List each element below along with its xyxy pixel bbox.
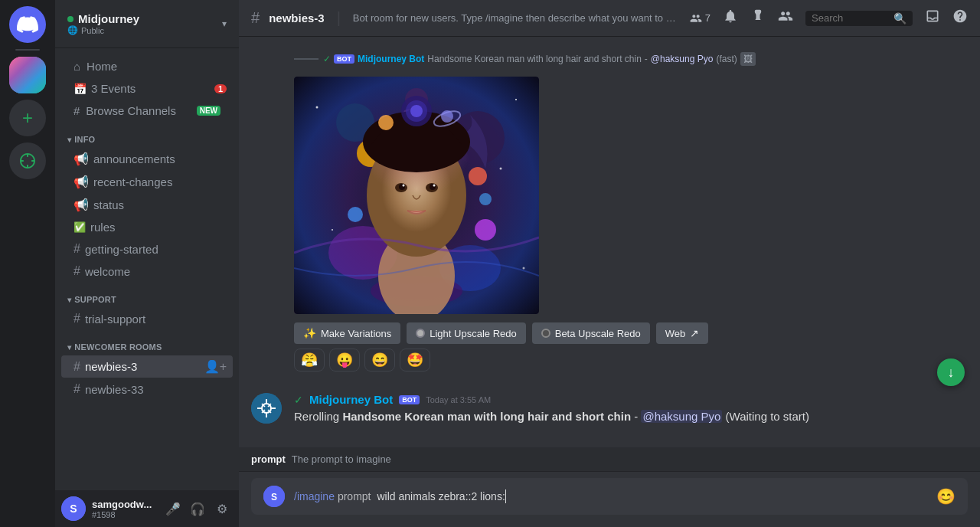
svg-point-35 (441, 110, 453, 123)
bell-icon[interactable] (723, 8, 738, 28)
announcement-icon-2: 📢 (74, 175, 89, 189)
channel-trial-support[interactable]: # trial-support (61, 308, 233, 329)
discord-logo[interactable] (9, 6, 46, 43)
headphone-button[interactable]: 🎧 (187, 498, 208, 519)
mic-button[interactable]: 🎤 (162, 498, 184, 519)
pin-icon[interactable] (750, 8, 766, 28)
message-avatar-2 (251, 393, 282, 424)
channel-header-name: newbies-3 (269, 11, 325, 25)
external-link-icon: ↗ (690, 327, 699, 339)
new-badge: NEW (197, 106, 220, 116)
ref-line (294, 58, 318, 60)
channel-status[interactable]: 📢 status (61, 194, 233, 216)
ref-dash: - (645, 54, 648, 64)
emoji-picker-button[interactable]: 😊 (936, 487, 956, 506)
hash-icon-n33: # (74, 382, 80, 396)
guild-separator (15, 49, 40, 51)
server-public: 🌐 Public (67, 25, 139, 35)
avatar: S (61, 496, 86, 521)
guild-sidebar: + (0, 0, 55, 527)
settings-button[interactable]: ⚙ (211, 498, 233, 519)
globe-icon: 🌐 (67, 25, 78, 35)
section-newcomer-rooms[interactable]: ▾ NEWCOMER ROOMS (55, 330, 239, 355)
add-member-icon[interactable]: 👤+ (204, 359, 227, 374)
channel-header-hash-icon: # (251, 9, 260, 27)
nav-browse-channels[interactable]: # Browse Channels NEW (61, 100, 233, 122)
home-icon: ⌂ (74, 60, 80, 73)
ref-content: ✓ BOT Midjourney Bot Handsome Korean man… (323, 52, 756, 66)
make-variations-button[interactable]: ✨ Make Variations (294, 322, 400, 344)
channel-getting-started[interactable]: # getting-started (61, 238, 233, 260)
hash-icon-ts: # (74, 312, 80, 326)
input-text-content[interactable]: /imagine prompt wild animals zebra::2 li… (294, 489, 927, 503)
channel-rules[interactable]: ✅ rules (61, 217, 233, 237)
channel-list: ⌂ Home 📅 3 Events 1 # Browse Channels NE… (55, 48, 239, 490)
nav-events[interactable]: 📅 3 Events 1 (61, 78, 233, 99)
web-button[interactable]: Web ↗ (656, 322, 709, 344)
light-upscale-icon (416, 329, 425, 338)
search-bar[interactable]: 🔍 (805, 11, 913, 26)
server-icon-midjourney[interactable] (9, 57, 46, 93)
browse-icon: # (74, 104, 80, 117)
username: samgoodw... (92, 499, 156, 510)
section-collapse-icon: ▾ (67, 136, 71, 144)
input-container: S /imagine prompt wild animals zebra::2 … (251, 478, 968, 515)
channel-sidebar: Midjourney 🌐 Public ▾ ⌂ Home 📅 3 Events … (55, 0, 239, 527)
verified-icon-ref: ✓ (323, 54, 331, 64)
command-prefix: /imagine (294, 490, 335, 502)
channel-welcome[interactable]: # welcome (61, 260, 233, 282)
message-image-container (294, 77, 539, 314)
user-info: samgoodw... #1598 (92, 499, 156, 519)
reaction-3[interactable]: 😄 (364, 349, 395, 372)
server-header[interactable]: Midjourney 🌐 Public ▾ (55, 0, 239, 48)
input-avatar: S (263, 486, 285, 507)
members-icon[interactable] (778, 8, 793, 28)
section-info[interactable]: ▾ INFO (55, 123, 239, 147)
svg-rect-0 (9, 57, 46, 93)
channel-newbies-3[interactable]: # newbies-3 👤+ (61, 355, 233, 378)
ref-mention: @haksung Pyo (651, 54, 714, 64)
svg-text:S: S (70, 502, 77, 515)
server-name: Midjourney (67, 12, 139, 25)
main-area: # newbies-3 | Bot room for new users. Ty… (239, 0, 980, 527)
section-support[interactable]: ▾ SUPPORT (55, 283, 239, 307)
section-support-collapse-icon: ▾ (67, 296, 71, 304)
top-bar-actions: 7 🔍 (690, 8, 968, 28)
input-value: wild animals zebra::2 lions: (377, 490, 505, 502)
member-count[interactable]: 7 (690, 12, 710, 25)
reaction-4[interactable]: 🤩 (400, 349, 430, 372)
scroll-to-bottom-button[interactable]: ↓ (937, 358, 965, 386)
verified-icon-2: ✓ (294, 394, 303, 406)
top-bar: # newbies-3 | Bot room for new users. Ty… (239, 0, 980, 37)
nav-home[interactable]: ⌂ Home (61, 55, 233, 77)
message-group-2: ✓ Midjourney Bot BOT Today at 3:55 AM Re… (251, 390, 968, 428)
prompt-label: prompt (251, 453, 286, 465)
channel-announcements[interactable]: 📢 announcements (61, 148, 233, 170)
hash-icon-n3: # (74, 360, 80, 374)
svg-point-8 (515, 99, 517, 100)
variations-icon: ✨ (303, 327, 316, 339)
search-icon: 🔍 (893, 12, 906, 25)
reaction-1[interactable]: 😤 (294, 349, 325, 372)
mention: @haksung Pyo (641, 410, 722, 423)
message-spacer (251, 52, 282, 372)
search-input[interactable] (812, 12, 889, 24)
discover-button[interactable] (9, 142, 46, 179)
channel-topic: Bot room for new users. Type /imagine th… (353, 12, 681, 24)
light-upscale-redo-button[interactable]: Light Upscale Redo (407, 322, 525, 344)
svg-point-7 (316, 106, 318, 109)
bot-badge-2: BOT (399, 395, 420, 404)
input-bar: S /imagine prompt wild animals zebra::2 … (239, 472, 980, 527)
channel-recent-changes[interactable]: 📢 recent-changes (61, 171, 233, 193)
svg-point-29 (433, 185, 436, 187)
svg-point-10 (332, 229, 333, 231)
beta-upscale-redo-button[interactable]: Beta Upscale Redo (532, 322, 650, 344)
inbox-icon[interactable] (925, 8, 940, 28)
reaction-2[interactable]: 😛 (329, 349, 360, 372)
help-icon[interactable] (952, 8, 968, 28)
svg-point-36 (378, 115, 394, 130)
events-badge: 1 (214, 84, 227, 93)
channel-newbies-33[interactable]: # newbies-33 (61, 378, 233, 400)
ai-image (294, 77, 539, 314)
add-server-button[interactable]: + (9, 100, 46, 136)
